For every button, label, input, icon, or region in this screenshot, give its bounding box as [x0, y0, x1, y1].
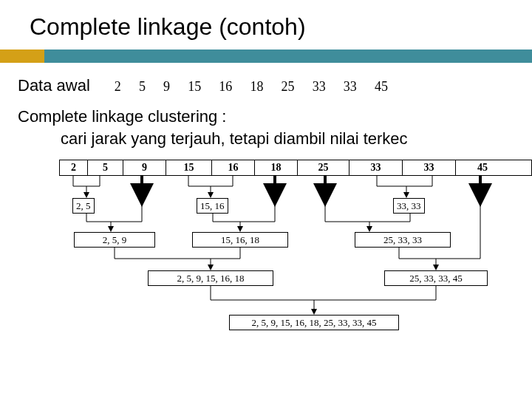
val: 9: [163, 79, 170, 95]
box-final: 2, 5, 9, 15, 16, 18, 25, 33, 33, 45: [229, 315, 399, 330]
box-33-33: 33, 33: [393, 198, 425, 214]
method-line1: Complete linkage clustering :: [18, 107, 226, 126]
val: 16: [219, 79, 232, 95]
cell: 45: [456, 160, 509, 175]
method-line2: cari jarak yang terjauh, tetapi diambil …: [18, 128, 532, 150]
slide-title: Complete linkage (contoh): [0, 0, 532, 50]
val: 25: [282, 79, 295, 95]
box-2-5: 2, 5: [72, 198, 95, 214]
cell: 18: [255, 160, 298, 175]
cell: 5: [88, 160, 123, 175]
cell: 2: [60, 160, 88, 175]
box-25-33-33: 25, 33, 33: [355, 232, 451, 248]
val: 33: [313, 79, 326, 95]
cell: 9: [123, 160, 166, 175]
data-label: Data awal: [18, 76, 90, 95]
cell: 33: [403, 160, 456, 175]
cell: 15: [166, 160, 212, 175]
accent-gold: [0, 50, 44, 63]
box-15-16: 15, 16: [197, 198, 228, 214]
val: 5: [139, 79, 146, 95]
data-values: 2 5 9 15 16 18 25 33 33 45: [108, 76, 395, 95]
box-2-5-9: 2, 5, 9: [74, 232, 155, 248]
val: 15: [188, 79, 201, 95]
box-2-5-9-15-16-18: 2, 5, 9, 15, 16, 18: [148, 270, 273, 286]
accent-teal: [44, 50, 532, 63]
val: 2: [115, 79, 121, 95]
top-cells: 2 5 9 15 16 18 25 33 33 45: [59, 160, 532, 176]
box-15-16-18: 15, 16, 18: [192, 232, 288, 248]
dendrogram: 2 5 9 15 16 18 25 33 33 45 2, 5 15, 16 3…: [59, 160, 532, 352]
content-area: Data awal 2 5 9 15 16 18 25 33 33 45 Com…: [0, 63, 532, 352]
val: 18: [250, 79, 263, 95]
accent-bar: [0, 50, 532, 63]
cell: 16: [212, 160, 255, 175]
cell: 25: [298, 160, 349, 175]
method-desc: Complete linkage clustering : cari jarak…: [18, 106, 532, 149]
val: 33: [344, 79, 357, 95]
box-25-33-33-45: 25, 33, 33, 45: [384, 270, 488, 286]
data-row: Data awal 2 5 9 15 16 18 25 33 33 45: [18, 76, 532, 95]
cell: 33: [349, 160, 403, 175]
val: 45: [375, 79, 388, 95]
